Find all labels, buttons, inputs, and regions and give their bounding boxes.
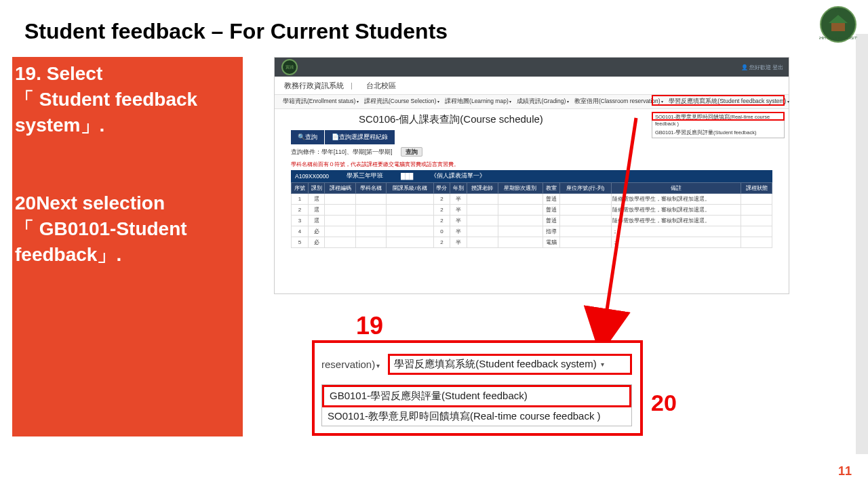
table-header: 備註 [612,183,741,194]
zoomed-callout: reservation)▾ 學習反應填寫系統(Student feedback … [312,340,643,436]
table-header: 開課系級/名稱 [387,183,433,194]
table-header: 教室 [542,183,559,194]
strip-note: 《個人課表清單一》 [431,172,486,180]
table-header: 學科名稱 [355,183,387,194]
menu-grading[interactable]: 成績資訊(Grading) [517,98,569,106]
table-row: 4必0半指導； [292,226,772,237]
highlight-box-menu [652,95,785,106]
system-logo: 實踐 [281,59,298,75]
table-header: 學分 [433,183,450,194]
table-header: 課別 [308,183,325,194]
user-greeting: 👤 您好歡迎 登出 [741,64,783,71]
breadcrumb-campus: 台北校區 [366,81,396,91]
instruction-panel: 19. Select 「 Student feedback system」. 2… [12,57,243,436]
callout-dropdown: GB0101-學習反應與評量(Student feedback) SO0101-… [321,384,632,426]
svg-text:實踐: 實踐 [835,8,841,12]
query-line: 查詢條件：學年[110]、學期[第一學期] 查詢 [291,148,772,157]
table-header: 課程編碼 [325,183,356,194]
tab-search[interactable]: 🔍查詢 [291,130,324,144]
dropdown-opt-gb0101[interactable]: GB0101-學習反應與評量(Student feedback) [652,128,784,138]
query-button[interactable]: 查詢 [401,147,422,157]
menu-enrollment[interactable]: 學籍資訊(Enrollment status) [283,98,359,106]
highlight-box-option [652,112,785,121]
gray-edge [856,34,868,454]
page-heading: SC0106-個人課表查詢(Course schedule) [275,113,627,126]
svg-text:SHIH CHIEN UNIVERSITY: SHIH CHIEN UNIVERSITY [819,36,857,40]
menu-learning-map[interactable]: 課程地圖(Learning map) [445,98,511,106]
university-logo: SHIH CHIEN UNIVERSITY實踐 [819,5,857,43]
student-info-strip: A109XX0000 學系三年甲班 ███ 《個人課表清單一》 [291,170,772,182]
callout-reservation-fragment: reservation)▾ [321,359,380,370]
table-row: 3選2半普通隨修需放學程學生，審核制課程加退選。 [292,216,772,226]
table-header: 星期節次週別 [498,183,542,194]
student-id: A109XX0000 [295,173,329,180]
table-header: 座位序號(行-列) [559,183,612,194]
page-title: Student feedback – For Current Students [24,19,448,44]
system-topbar: 實踐 👤 您好歡迎 登出 [275,58,789,77]
menu-course-selection[interactable]: 課程資訊(Course Selection) [364,98,439,106]
student-class: 學系三年甲班 [347,172,383,180]
instruction-step-20: 20Next selection 「 GB0101-Student feedba… [15,190,237,267]
breadcrumb: 教務行政資訊系統 | 台北校區 [275,77,789,94]
table-row: 1選2半普通隨修需放學程學生，審核制課程加退選。 [292,194,772,205]
schedule-table: 序號課別課程編碼學科名稱開課系級/名稱學分年別授課老師星期節次週別教室座位序號(… [291,182,772,248]
table-row: 2選2半普通隨修需放學程學生，審核制課程加退選。 [292,205,772,216]
callout-opt-gb0101[interactable]: GB0101-學習反應與評量(Student feedback) [322,385,631,407]
system-screenshot: 實踐 👤 您好歡迎 登出 教務行政資訊系統 | 台北校區 學籍資訊(Enroll… [274,57,789,294]
callout-opt-so0101[interactable]: SO0101-教學意見即時回饋填寫(Real-time course feedb… [322,407,631,426]
student-name: ███ [401,173,413,180]
query-conditions: 查詢條件：學年[110]、學期[第一學期] [291,148,393,155]
table-header: 授課老師 [467,183,498,194]
svg-rect-1 [831,22,845,31]
breadcrumb-system: 教務行政資訊系統 [284,81,344,91]
menu-classroom[interactable]: 教室借用(Classroom reservation) [574,98,663,106]
instruction-step-19: 19. Select 「 Student feedback system」. [15,61,237,138]
table-header: 序號 [292,183,309,194]
page-number: 11 [838,464,852,479]
red-warning: 學科名稱前面有Ｏ符號，代表該課程要繳交電腦實習費或語言實習費。 [291,161,772,168]
annotation-label-19: 19 [356,312,383,340]
table-header: 年別 [450,183,467,194]
table-header: 課程狀態 [741,183,772,194]
tab-history[interactable]: 📄查詢選課歷程紀錄 [325,130,395,144]
callout-feedback-menu[interactable]: 學習反應填寫系統(Student feedback system) ▾ [388,354,632,375]
table-row: 5必2半電腦； [292,237,772,248]
annotation-label-20: 20 [651,390,677,416]
